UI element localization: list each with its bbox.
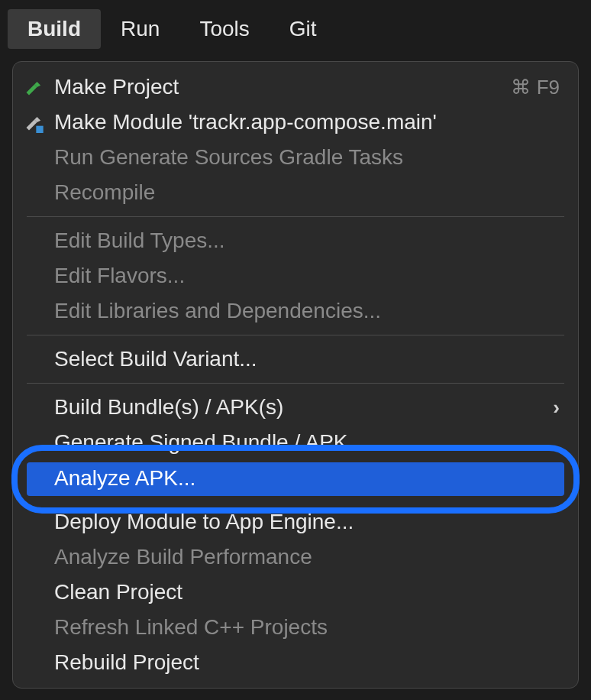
menu-recompile: Recompile [13, 175, 578, 210]
hammer-icon [24, 76, 54, 98]
menu-label: Make Project [54, 75, 511, 99]
menubar-run[interactable]: Run [101, 9, 179, 49]
menu-label: Clean Project [54, 580, 560, 604]
menu-label: Edit Flavors... [54, 264, 560, 288]
menu-edit-libraries: Edit Libraries and Dependencies... [13, 293, 578, 329]
menubar-build[interactable]: Build [8, 9, 101, 49]
menu-label: Refresh Linked C++ Projects [54, 615, 560, 640]
menubar-git[interactable]: Git [270, 9, 337, 49]
menu-refresh-cpp: Refresh Linked C++ Projects [13, 610, 578, 645]
menubar-tools[interactable]: Tools [179, 9, 269, 49]
menu-edit-build-types: Edit Build Types... [13, 223, 578, 258]
menu-label: Select Build Variant... [54, 347, 560, 371]
svg-rect-0 [36, 126, 43, 133]
menu-rebuild-project[interactable]: Rebuild Project [13, 645, 578, 680]
build-dropdown: Make Project ⌘ F9 Make Module 'trackr.ap… [12, 61, 579, 689]
menu-separator [27, 216, 564, 217]
menu-clean-project[interactable]: Clean Project [13, 575, 578, 610]
menu-label: Rebuild Project [54, 650, 560, 675]
hammer-module-icon [24, 112, 54, 133]
menu-analyze-build-perf: Analyze Build Performance [13, 540, 578, 575]
menu-label: Recompile [54, 180, 560, 205]
menu-build-bundles[interactable]: Build Bundle(s) / APK(s) › [13, 390, 578, 425]
menu-label: Deploy Module to App Engine... [54, 510, 560, 534]
menu-label: Run Generate Sources Gradle Tasks [54, 145, 560, 170]
menu-select-build-variant[interactable]: Select Build Variant... [13, 342, 578, 377]
menu-make-project[interactable]: Make Project ⌘ F9 [13, 70, 578, 105]
chevron-right-icon: › [553, 396, 560, 420]
menu-label: Edit Libraries and Dependencies... [54, 299, 560, 323]
menu-separator [27, 383, 564, 384]
menu-label: Edit Build Types... [54, 228, 560, 253]
menu-label: Build Bundle(s) / APK(s) [54, 395, 553, 420]
menu-label: Analyze APK... [54, 466, 560, 491]
menu-generate-signed[interactable]: Generate Signed Bundle / APK... [13, 425, 578, 460]
menu-edit-flavors: Edit Flavors... [13, 258, 578, 293]
menu-label: Generate Signed Bundle / APK... [54, 430, 560, 455]
menubar: Build Run Tools Git [0, 0, 591, 57]
menu-analyze-apk[interactable]: Analyze APK... [13, 461, 578, 496]
menu-label: Analyze Build Performance [54, 545, 560, 569]
menu-run-generate-sources: Run Generate Sources Gradle Tasks [13, 140, 578, 175]
menu-separator [27, 335, 564, 335]
menu-label: Make Module 'trackr.app-compose.main' [54, 110, 560, 134]
menu-make-module[interactable]: Make Module 'trackr.app-compose.main' [13, 105, 578, 140]
menu-shortcut: ⌘ F9 [511, 76, 560, 99]
menu-deploy-module[interactable]: Deploy Module to App Engine... [13, 504, 578, 540]
